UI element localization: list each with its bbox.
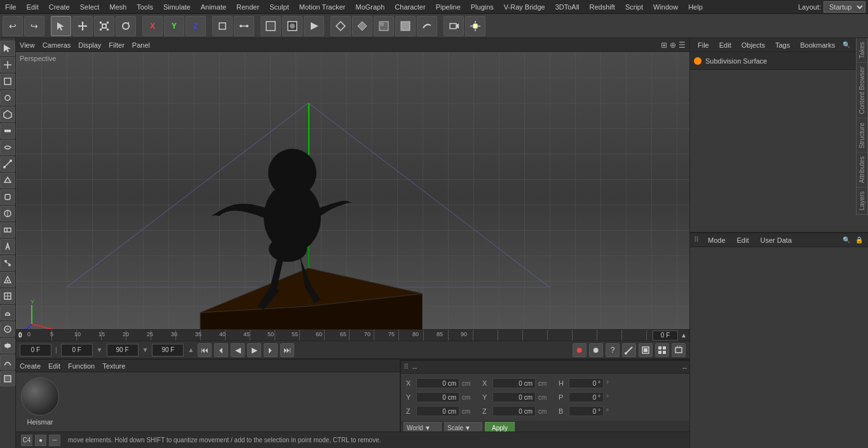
obj-mgr-search-icon[interactable]: 🔍	[841, 40, 851, 50]
left-move-btn[interactable]	[0, 57, 15, 72]
motion-path-btn[interactable]	[622, 343, 636, 357]
mat-function-menu[interactable]: Function	[68, 362, 95, 370]
viewport-view-menu[interactable]: View	[20, 41, 35, 49]
left-tool18[interactable]	[0, 338, 15, 353]
left-cube-btn[interactable]	[0, 74, 15, 89]
menu-help[interactable]: Help	[683, 2, 708, 12]
viewport-cameras-menu[interactable]: Cameras	[43, 41, 71, 49]
mat-texture-menu[interactable]: Texture	[102, 362, 125, 370]
viewport-lock-icon[interactable]: ⊕	[670, 41, 676, 50]
light-btn[interactable]	[465, 16, 485, 36]
y1-input[interactable]	[416, 392, 459, 402]
menu-render[interactable]: Render	[231, 2, 264, 12]
attrs-lock-icon[interactable]: 🔒	[854, 235, 864, 245]
left-tool14[interactable]	[0, 272, 15, 287]
play-btn[interactable]: ▶	[247, 343, 261, 357]
viewport-panel-menu[interactable]: Panel	[132, 41, 150, 49]
attrs-edit-tab[interactable]: Edit	[735, 235, 752, 245]
left-select-btn[interactable]	[0, 41, 15, 56]
max-frame-btn[interactable]: ▲	[681, 332, 687, 339]
redo-button[interactable]: ↪	[24, 16, 44, 36]
viewport[interactable]: View Cameras Display Filter Panel ⊞ ⊕ ☰	[16, 38, 689, 329]
obj-mgr-file-tab[interactable]: File	[694, 40, 713, 50]
takes-side-label[interactable]: Takes	[856, 38, 868, 63]
left-rotate-btn[interactable]	[0, 90, 15, 105]
scale-tool[interactable]	[94, 16, 114, 36]
z-axis-btn[interactable]: Z	[186, 16, 206, 36]
menu-sculpt[interactable]: Sculpt	[264, 2, 294, 12]
timeline-ticks[interactable]: 0 5 10 15 20 25 30 35 40 45 50 55 60 65 …	[27, 330, 653, 341]
render-view-btn[interactable]	[282, 16, 302, 36]
menu-mograph[interactable]: MoGraph	[350, 2, 390, 12]
texture-btn[interactable]	[374, 16, 394, 36]
attrs-user-data-tab[interactable]: User Data	[758, 235, 795, 245]
x2-input[interactable]	[492, 378, 536, 388]
left-tool17[interactable]	[0, 322, 15, 337]
move-tool[interactable]	[72, 16, 93, 36]
prev-frame-btn[interactable]: ⏴	[214, 343, 228, 357]
object-row[interactable]: Subdivision Surface ✎ ✓	[690, 52, 868, 70]
menu-vray[interactable]: V-Ray Bridge	[499, 2, 550, 12]
z2-input[interactable]	[492, 406, 536, 416]
menu-redshift[interactable]: Redshift	[585, 2, 620, 12]
shading-btn[interactable]	[352, 16, 372, 36]
camera-btn[interactable]	[444, 16, 464, 36]
attrs-mode-tab[interactable]: Mode	[705, 235, 728, 245]
menu-edit[interactable]: Edit	[22, 2, 44, 12]
go-start-btn[interactable]: ⏮	[198, 343, 212, 357]
menu-motion-tracker[interactable]: Motion Tracker	[294, 2, 351, 12]
attrs-search-icon[interactable]: 🔍	[841, 235, 851, 245]
left-tool15[interactable]	[0, 288, 15, 304]
menu-plugins[interactable]: Plugins	[466, 2, 499, 12]
mat-create-menu[interactable]: Create	[20, 362, 41, 370]
b-input[interactable]	[569, 406, 604, 416]
left-tool19[interactable]	[0, 355, 15, 370]
object-mode-btn[interactable]	[212, 16, 233, 36]
left-tool7[interactable]	[0, 156, 15, 172]
left-tool16[interactable]	[0, 305, 15, 320]
key-frame-btn[interactable]	[639, 343, 653, 357]
attributes-side-label[interactable]: Attributes	[856, 153, 868, 187]
p-input[interactable]	[569, 392, 604, 402]
record-btn[interactable]: ⏺	[573, 343, 587, 357]
y2-input[interactable]	[492, 392, 536, 402]
left-tool9[interactable]	[0, 189, 15, 205]
menu-select[interactable]: Select	[75, 2, 105, 12]
h-input[interactable]	[569, 378, 604, 388]
left-tool5[interactable]	[0, 123, 15, 139]
status-dot-icon[interactable]: ●	[35, 435, 46, 446]
render-btn[interactable]	[304, 16, 324, 36]
range-start-input[interactable]	[61, 344, 93, 356]
y-axis-btn[interactable]: Y	[164, 16, 184, 36]
deform-btn[interactable]	[417, 16, 437, 36]
edge-mode-btn[interactable]	[234, 16, 254, 36]
left-tool11[interactable]	[0, 222, 15, 238]
select-tool[interactable]	[51, 16, 71, 36]
frame-start-input[interactable]	[20, 344, 51, 356]
left-tool10[interactable]	[0, 206, 15, 221]
auto-key-btn[interactable]: ⏺	[589, 343, 603, 357]
obj-mgr-edit-tab[interactable]: Edit	[715, 40, 735, 50]
menu-character[interactable]: Character	[390, 2, 430, 12]
left-tool13[interactable]	[0, 255, 15, 271]
x-axis-btn[interactable]: X	[142, 16, 163, 36]
current-frame-input[interactable]	[653, 330, 678, 341]
timeline-track[interactable]: 0 5 10 15 20 25 30 35 40 45 50 55 60 65 …	[27, 330, 653, 341]
viewport-filter-menu[interactable]: Filter	[109, 41, 124, 49]
frame-end-input[interactable]	[152, 344, 184, 356]
material-slot[interactable]: Heismar	[21, 377, 59, 426]
menu-animate[interactable]: Animate	[196, 2, 231, 12]
menu-simulate[interactable]: Simulate	[158, 2, 196, 12]
scene-canvas[interactable]: Grid Spacing : 10 cm Perspective X Y Z	[16, 52, 689, 329]
key-all-btn[interactable]	[655, 343, 669, 357]
structure-side-label[interactable]: Structure	[856, 119, 868, 153]
undo-button[interactable]: ↩	[3, 16, 23, 36]
left-tool12[interactable]	[0, 239, 15, 254]
menu-pipeline[interactable]: Pipeline	[431, 2, 466, 12]
status-min-icon[interactable]: ─	[49, 435, 60, 446]
menu-script[interactable]: Script	[620, 2, 648, 12]
layout-dropdown[interactable]: Startup	[824, 1, 865, 13]
menu-mesh[interactable]: Mesh	[104, 2, 132, 12]
left-tool20[interactable]	[0, 371, 15, 386]
viewport-menu-icon[interactable]: ☰	[679, 41, 686, 50]
